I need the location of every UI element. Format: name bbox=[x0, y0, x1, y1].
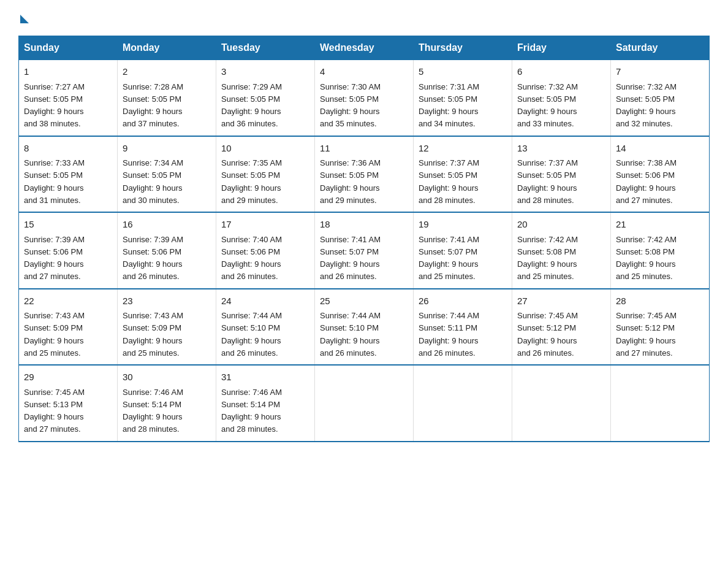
header-saturday: Saturday bbox=[611, 36, 710, 60]
day-cell: 15 Sunrise: 7:39 AMSunset: 5:06 PMDaylig… bbox=[19, 212, 118, 289]
day-number: 23 bbox=[123, 294, 211, 308]
day-info: Sunrise: 7:46 AMSunset: 5:14 PMDaylight:… bbox=[123, 388, 183, 434]
day-cell: 6 Sunrise: 7:32 AMSunset: 5:05 PMDayligh… bbox=[512, 60, 611, 136]
day-number: 12 bbox=[419, 142, 507, 156]
day-cell: 19 Sunrise: 7:41 AMSunset: 5:07 PMDaylig… bbox=[414, 212, 512, 289]
day-cell: 9 Sunrise: 7:34 AMSunset: 5:05 PMDayligh… bbox=[118, 136, 216, 213]
day-number: 11 bbox=[320, 142, 408, 156]
day-info: Sunrise: 7:46 AMSunset: 5:14 PMDaylight:… bbox=[221, 388, 282, 434]
day-number: 28 bbox=[616, 294, 704, 308]
day-info: Sunrise: 7:37 AMSunset: 5:05 PMDaylight:… bbox=[517, 158, 578, 205]
day-info: Sunrise: 7:30 AMSunset: 5:05 PMDaylight:… bbox=[320, 82, 381, 129]
day-number: 13 bbox=[517, 142, 605, 156]
day-cell: 16 Sunrise: 7:39 AMSunset: 5:06 PMDaylig… bbox=[118, 212, 216, 289]
day-cell bbox=[512, 365, 611, 442]
day-info: Sunrise: 7:45 AMSunset: 5:12 PMDaylight:… bbox=[616, 311, 677, 358]
day-number: 22 bbox=[24, 294, 112, 308]
day-number: 24 bbox=[221, 294, 309, 308]
calendar-table: SundayMondayTuesdayWednesdayThursdayFrid… bbox=[18, 36, 710, 442]
day-cell: 23 Sunrise: 7:43 AMSunset: 5:09 PMDaylig… bbox=[118, 289, 216, 366]
day-cell: 28 Sunrise: 7:45 AMSunset: 5:12 PMDaylig… bbox=[611, 289, 710, 366]
day-cell: 21 Sunrise: 7:42 AMSunset: 5:08 PMDaylig… bbox=[611, 212, 710, 289]
day-info: Sunrise: 7:27 AMSunset: 5:05 PMDaylight:… bbox=[24, 82, 85, 129]
day-cell: 3 Sunrise: 7:29 AMSunset: 5:05 PMDayligh… bbox=[216, 60, 315, 136]
day-number: 30 bbox=[123, 370, 211, 385]
header-monday: Monday bbox=[118, 36, 216, 60]
day-info: Sunrise: 7:29 AMSunset: 5:05 PMDaylight:… bbox=[221, 82, 282, 129]
day-number: 31 bbox=[221, 370, 309, 385]
day-info: Sunrise: 7:42 AMSunset: 5:08 PMDaylight:… bbox=[517, 235, 578, 282]
day-info: Sunrise: 7:32 AMSunset: 5:05 PMDaylight:… bbox=[517, 82, 578, 129]
day-cell: 14 Sunrise: 7:38 AMSunset: 5:06 PMDaylig… bbox=[611, 136, 710, 213]
day-number: 1 bbox=[24, 65, 112, 79]
day-cell: 17 Sunrise: 7:40 AMSunset: 5:06 PMDaylig… bbox=[216, 212, 315, 289]
logo bbox=[18, 12, 29, 23]
day-cell bbox=[611, 365, 710, 442]
day-number: 7 bbox=[616, 65, 704, 79]
day-info: Sunrise: 7:44 AMSunset: 5:11 PMDaylight:… bbox=[419, 311, 479, 358]
day-number: 21 bbox=[616, 218, 704, 232]
calendar-header-row: SundayMondayTuesdayWednesdayThursdayFrid… bbox=[19, 36, 710, 60]
day-cell: 1 Sunrise: 7:27 AMSunset: 5:05 PMDayligh… bbox=[19, 60, 118, 136]
logo-arrow-icon bbox=[20, 15, 29, 23]
day-cell: 22 Sunrise: 7:43 AMSunset: 5:09 PMDaylig… bbox=[19, 289, 118, 366]
day-number: 25 bbox=[320, 294, 408, 308]
day-cell: 24 Sunrise: 7:44 AMSunset: 5:10 PMDaylig… bbox=[216, 289, 315, 366]
day-number: 3 bbox=[221, 65, 309, 79]
day-number: 14 bbox=[616, 142, 704, 156]
day-number: 29 bbox=[24, 370, 112, 385]
day-number: 5 bbox=[419, 65, 507, 79]
day-number: 20 bbox=[517, 218, 605, 232]
day-info: Sunrise: 7:40 AMSunset: 5:06 PMDaylight:… bbox=[221, 235, 282, 282]
day-cell: 29 Sunrise: 7:45 AMSunset: 5:13 PMDaylig… bbox=[19, 365, 118, 442]
day-cell: 27 Sunrise: 7:45 AMSunset: 5:12 PMDaylig… bbox=[512, 289, 611, 366]
week-row-3: 15 Sunrise: 7:39 AMSunset: 5:06 PMDaylig… bbox=[19, 212, 710, 289]
header-wednesday: Wednesday bbox=[315, 36, 414, 60]
day-number: 2 bbox=[123, 65, 211, 79]
day-number: 26 bbox=[419, 294, 507, 308]
day-info: Sunrise: 7:42 AMSunset: 5:08 PMDaylight:… bbox=[616, 235, 677, 282]
day-info: Sunrise: 7:33 AMSunset: 5:05 PMDaylight:… bbox=[24, 158, 85, 205]
day-number: 8 bbox=[24, 142, 112, 156]
day-number: 16 bbox=[123, 218, 211, 232]
day-info: Sunrise: 7:38 AMSunset: 5:06 PMDaylight:… bbox=[616, 158, 677, 205]
day-cell bbox=[414, 365, 512, 442]
day-number: 19 bbox=[419, 218, 507, 232]
day-info: Sunrise: 7:44 AMSunset: 5:10 PMDaylight:… bbox=[221, 311, 282, 358]
day-cell: 7 Sunrise: 7:32 AMSunset: 5:05 PMDayligh… bbox=[611, 60, 710, 136]
week-row-2: 8 Sunrise: 7:33 AMSunset: 5:05 PMDayligh… bbox=[19, 136, 710, 213]
day-info: Sunrise: 7:34 AMSunset: 5:05 PMDaylight:… bbox=[123, 158, 183, 205]
day-number: 17 bbox=[221, 218, 309, 232]
day-cell: 5 Sunrise: 7:31 AMSunset: 5:05 PMDayligh… bbox=[414, 60, 512, 136]
day-info: Sunrise: 7:36 AMSunset: 5:05 PMDaylight:… bbox=[320, 158, 381, 205]
day-info: Sunrise: 7:43 AMSunset: 5:09 PMDaylight:… bbox=[123, 311, 183, 358]
day-info: Sunrise: 7:45 AMSunset: 5:12 PMDaylight:… bbox=[517, 311, 578, 358]
day-info: Sunrise: 7:41 AMSunset: 5:07 PMDaylight:… bbox=[320, 235, 381, 282]
day-info: Sunrise: 7:32 AMSunset: 5:05 PMDaylight:… bbox=[616, 82, 677, 129]
day-number: 4 bbox=[320, 65, 408, 79]
day-info: Sunrise: 7:35 AMSunset: 5:05 PMDaylight:… bbox=[221, 158, 282, 205]
day-cell: 26 Sunrise: 7:44 AMSunset: 5:11 PMDaylig… bbox=[414, 289, 512, 366]
day-cell: 11 Sunrise: 7:36 AMSunset: 5:05 PMDaylig… bbox=[315, 136, 414, 213]
day-cell: 25 Sunrise: 7:44 AMSunset: 5:10 PMDaylig… bbox=[315, 289, 414, 366]
page-header bbox=[18, 12, 710, 23]
day-cell: 10 Sunrise: 7:35 AMSunset: 5:05 PMDaylig… bbox=[216, 136, 315, 213]
week-row-5: 29 Sunrise: 7:45 AMSunset: 5:13 PMDaylig… bbox=[19, 365, 710, 442]
day-cell: 8 Sunrise: 7:33 AMSunset: 5:05 PMDayligh… bbox=[19, 136, 118, 213]
day-number: 10 bbox=[221, 142, 309, 156]
week-row-1: 1 Sunrise: 7:27 AMSunset: 5:05 PMDayligh… bbox=[19, 60, 710, 136]
day-cell: 13 Sunrise: 7:37 AMSunset: 5:05 PMDaylig… bbox=[512, 136, 611, 213]
day-cell: 12 Sunrise: 7:37 AMSunset: 5:05 PMDaylig… bbox=[414, 136, 512, 213]
day-cell: 4 Sunrise: 7:30 AMSunset: 5:05 PMDayligh… bbox=[315, 60, 414, 136]
day-info: Sunrise: 7:39 AMSunset: 5:06 PMDaylight:… bbox=[123, 235, 183, 282]
day-info: Sunrise: 7:39 AMSunset: 5:06 PMDaylight:… bbox=[24, 235, 85, 282]
day-info: Sunrise: 7:28 AMSunset: 5:05 PMDaylight:… bbox=[123, 82, 183, 129]
header-tuesday: Tuesday bbox=[216, 36, 315, 60]
day-number: 9 bbox=[123, 142, 211, 156]
day-cell: 30 Sunrise: 7:46 AMSunset: 5:14 PMDaylig… bbox=[118, 365, 216, 442]
day-cell: 18 Sunrise: 7:41 AMSunset: 5:07 PMDaylig… bbox=[315, 212, 414, 289]
day-info: Sunrise: 7:37 AMSunset: 5:05 PMDaylight:… bbox=[419, 158, 479, 205]
header-thursday: Thursday bbox=[414, 36, 512, 60]
day-cell: 2 Sunrise: 7:28 AMSunset: 5:05 PMDayligh… bbox=[118, 60, 216, 136]
day-number: 27 bbox=[517, 294, 605, 308]
